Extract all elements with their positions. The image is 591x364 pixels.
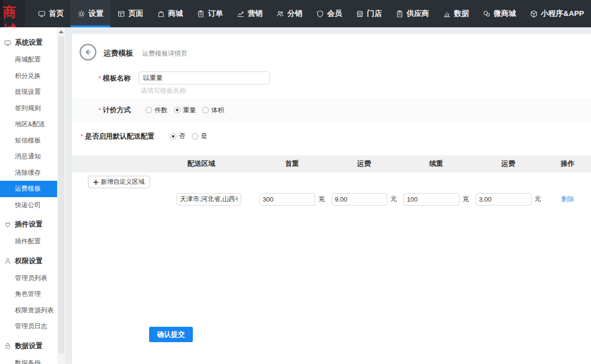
pricing-method-radio-1[interactable]: 重量 <box>174 106 196 115</box>
add-custom-area-button[interactable]: 新增自定义区域 <box>88 176 150 188</box>
sidebar-item-label: 积分兑换 <box>15 72 41 80</box>
default-delivery-row: *是否启用默认配送配置 否是 <box>72 127 591 145</box>
layout-icon <box>117 10 125 18</box>
nav-item-label: 营销 <box>248 9 262 18</box>
radio-circle-icon[interactable] <box>202 107 209 113</box>
lock-icon <box>4 342 15 350</box>
sidebar-item-label: 商城配置 <box>15 55 41 64</box>
first-weight-cell: 克 <box>256 193 328 206</box>
nav-item-wechat-mall[interactable]: 微商城 <box>476 0 523 27</box>
sidebar-item-sms-template[interactable]: 短信模板 <box>0 133 57 149</box>
radio-circle-icon[interactable] <box>146 107 152 113</box>
sidebar-item-label: 消息通知 <box>15 152 41 161</box>
sidebar-item-plugin-config[interactable]: 插件配置 <box>0 233 57 250</box>
back-arrow-icon <box>84 48 92 57</box>
sidebar-item-shop-config[interactable]: 商城配置 <box>0 52 57 68</box>
sidebar: 系统设置商城配置积分兑换提现设置签到规则地区&配送短信模板消息通知清除缓存运费模… <box>0 27 57 364</box>
monitor-icon <box>4 39 15 47</box>
sidebar-section-permission-settings[interactable]: 权限设置 <box>0 252 57 270</box>
add-custom-area-label: 新增自定义区域 <box>101 178 145 186</box>
shield-icon <box>316 10 324 18</box>
sidebar-item-permission-resources[interactable]: 权限资源列表 <box>0 302 57 319</box>
radio-label: 否 <box>179 132 185 141</box>
first-weight-input[interactable] <box>259 193 315 206</box>
scrollbar-thumb[interactable] <box>58 36 64 354</box>
default-delivery-radio-0[interactable]: 否 <box>170 132 185 141</box>
template-name-label-wrap: *模板名称 <box>72 73 131 83</box>
delete-row-link[interactable]: 删除 <box>561 195 574 204</box>
radio-circle-icon[interactable] <box>174 107 180 113</box>
first-fee-unit: 元 <box>391 195 397 204</box>
nav-item-mall[interactable]: 商城 <box>150 0 190 27</box>
template-name-label: 模板名称 <box>103 74 131 82</box>
sidebar-item-region-delivery[interactable]: 地区&配送 <box>0 116 57 133</box>
nav-item-members[interactable]: 会员 <box>309 0 349 27</box>
sidebar-item-label: 地区&配送 <box>15 120 45 129</box>
pricing-method-radio-2[interactable]: 体积 <box>202 106 224 115</box>
radio-circle-icon[interactable] <box>192 133 198 140</box>
sidebar-section-plugin-settings[interactable]: 插件设置 <box>0 216 57 233</box>
sidebar-item-checkin-rules[interactable]: 签到规则 <box>0 100 57 117</box>
nav-item-marketing[interactable]: 营销 <box>230 0 269 27</box>
confirm-submit-button[interactable]: 确认提交 <box>149 327 193 342</box>
sidebar-item-admin-log[interactable]: 管理员日志 <box>0 318 57 335</box>
pricing-method-radio-0[interactable]: 件数 <box>146 106 168 115</box>
gear-icon <box>78 10 85 18</box>
pricing-method-radio-group: 件数重量体积 <box>146 106 231 115</box>
sidebar-scrollbar[interactable] <box>57 27 65 364</box>
sidebar-item-withdrawal-settings[interactable]: 提现设置 <box>0 84 57 100</box>
pricing-method-label: 计价方式 <box>103 106 131 114</box>
radio-label: 件数 <box>155 106 168 115</box>
sidebar-section-label: 权限设置 <box>15 257 43 266</box>
sidebar-section-data-settings[interactable]: 数据设置 <box>0 337 57 355</box>
sidebar-item-admin-list[interactable]: 管理员列表 <box>0 270 57 287</box>
sidebar-item-freight-template[interactable]: 运费模板 <box>0 181 57 197</box>
sidebar-item-express-company[interactable]: 快递公司 <box>0 197 57 214</box>
scrollbar-up-arrow-icon[interactable] <box>59 30 64 33</box>
nav-item-distribution[interactable]: 分销 <box>269 0 309 27</box>
first-fee-input[interactable] <box>332 193 387 206</box>
cube-icon <box>530 10 538 18</box>
default-delivery-label: 是否启用默认配送配置 <box>85 132 155 140</box>
nav-item-stores[interactable]: 门店 <box>349 0 389 27</box>
monitor-icon <box>38 10 46 18</box>
nav-item-home[interactable]: 首页 <box>31 0 71 27</box>
table-row: 克元克元删除 <box>72 192 591 207</box>
radio-label: 体积 <box>211 106 224 115</box>
nav-item-suppliers[interactable]: 供应商 <box>389 0 436 27</box>
radio-circle-icon[interactable] <box>170 133 176 140</box>
sidebar-item-label: 提现设置 <box>15 87 41 96</box>
nav-item-settings[interactable]: 设置 <box>71 0 110 27</box>
sidebar-item-data-backup[interactable]: 数据备份 <box>0 355 57 364</box>
sidebar-section-system-settings[interactable]: 系统设置 <box>0 34 57 52</box>
nav-item-data[interactable]: 数据 <box>436 0 476 27</box>
radio-label: 是 <box>201 132 207 141</box>
back-button[interactable] <box>80 44 96 61</box>
trend-icon <box>237 10 245 18</box>
additional-fee-input[interactable] <box>476 193 531 206</box>
store-icon <box>356 10 364 18</box>
nav-item-label: 小程序&APP <box>541 9 584 18</box>
required-asterisk: * <box>98 74 101 82</box>
brand-logo: TP商城 <box>0 0 25 27</box>
region-input[interactable] <box>176 193 241 206</box>
default-delivery-radio-1[interactable]: 是 <box>192 132 207 141</box>
sidebar-section-label: 系统设置 <box>15 38 43 47</box>
table-header-col-2: 运费 <box>328 159 400 168</box>
sidebar-item-role-manage[interactable]: 角色管理 <box>0 286 57 302</box>
additional-weight-cell: 克 <box>400 193 472 206</box>
additional-weight-unit: 克 <box>463 195 469 204</box>
sidebar-item-clear-cache[interactable]: 清除缓存 <box>0 165 57 181</box>
table-header-col-3: 续重 <box>400 159 472 168</box>
sidebar-item-points-exchange[interactable]: 积分兑换 <box>0 68 57 84</box>
nav-item-miniapp[interactable]: 小程序&APP <box>523 0 591 27</box>
top-nav-items: 首页设置页面商城订单营销分销会员门店供应商数据微商城小程序&APP <box>31 0 591 27</box>
nav-item-pages[interactable]: 页面 <box>110 0 150 27</box>
template-name-hint: 请填写模板名称 <box>141 86 186 95</box>
sidebar-item-message-notify[interactable]: 消息通知 <box>0 148 57 165</box>
sidebar-item-label: 快递公司 <box>15 201 41 210</box>
template-name-input[interactable] <box>139 72 270 84</box>
nav-item-label: 分销 <box>287 9 302 18</box>
additional-weight-input[interactable] <box>404 193 459 206</box>
nav-item-orders[interactable]: 订单 <box>190 0 230 27</box>
